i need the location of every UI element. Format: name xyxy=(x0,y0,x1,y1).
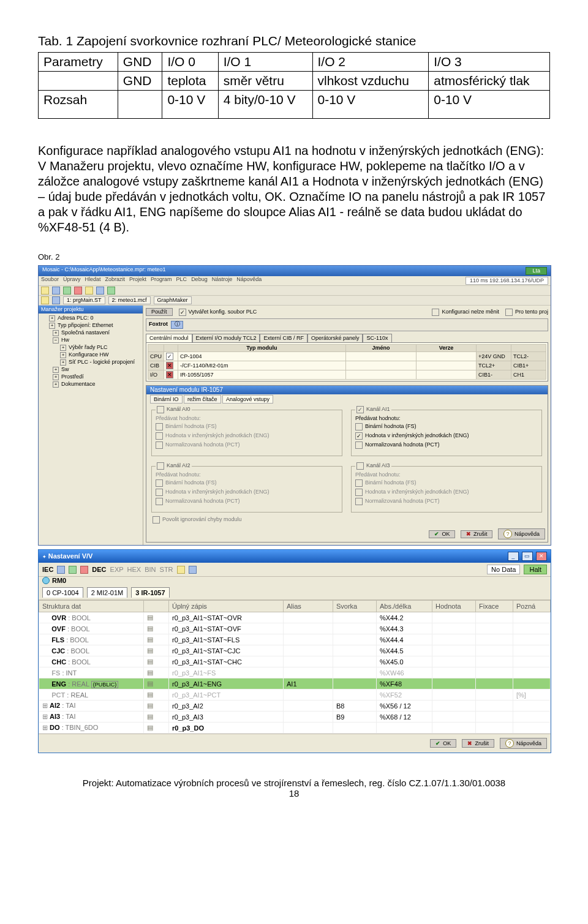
module-checkbox[interactable]: ✓ xyxy=(166,353,173,360)
dlg-tab[interactable]: Binární IO xyxy=(150,395,183,404)
ok-button[interactable]: ✔OK xyxy=(429,530,455,538)
dlg-tab[interactable]: režim čítače xyxy=(184,395,221,404)
menu-item[interactable]: Zobrazit xyxy=(105,277,126,285)
toolbar-icon[interactable] xyxy=(74,287,82,295)
proj-checkbox[interactable] xyxy=(505,309,513,316)
dlg-tab[interactable]: Analogové vstupy xyxy=(222,395,273,404)
iec-label[interactable]: IEC xyxy=(42,566,53,573)
tree-expand-icon[interactable]: + xyxy=(53,381,59,388)
format-icon[interactable] xyxy=(57,566,65,574)
minimize-icon[interactable]: _ xyxy=(508,552,519,561)
menu-item[interactable]: Projekt xyxy=(129,277,146,285)
menu-item[interactable]: Hledat xyxy=(85,277,101,285)
channel-checkbox[interactable]: ✓ xyxy=(356,406,364,413)
use-button[interactable]: Použít xyxy=(146,308,173,316)
option-checkbox[interactable] xyxy=(355,423,363,430)
io-row[interactable]: CHC : BOOL▤r0_p3_AI1~STAT~CHC%X45.0 xyxy=(39,656,551,667)
module-tab[interactable]: 3 IR-1057 xyxy=(131,587,169,598)
toolbar-icon[interactable] xyxy=(107,287,115,295)
channel-checkbox[interactable] xyxy=(356,462,364,470)
menu-item[interactable]: Úpravy xyxy=(63,277,81,285)
tree-item[interactable]: +Sw xyxy=(42,367,140,373)
file-tab[interactable]: 2: meteo1.mcf xyxy=(108,296,151,304)
tree-item[interactable]: +Typ připojení: Ethernet xyxy=(42,323,140,329)
bin-label[interactable]: BIN xyxy=(145,566,156,573)
grid-tab[interactable]: Externí I/O moduly TCL2 xyxy=(192,334,260,342)
io-button-icon[interactable]: ⓘ xyxy=(171,321,183,329)
toolbar-icon[interactable] xyxy=(52,296,60,304)
option-checkbox[interactable] xyxy=(355,441,363,449)
format-icon[interactable] xyxy=(69,566,77,574)
tree-item[interactable]: +Dokumentace xyxy=(42,381,140,388)
toolbar-icon[interactable] xyxy=(41,296,49,304)
io-row[interactable]: ENG : REAL (PUBLIC)▤r0_p3_AI1~ENGAI1%XF4… xyxy=(39,678,551,689)
toolbar-icon[interactable] xyxy=(41,287,49,295)
module-row[interactable]: I/O✕IR-1055/1057CIB1-CH1 xyxy=(148,370,546,380)
menu-item[interactable]: PLC xyxy=(176,277,187,285)
tree-item[interactable]: +Konfigurace HW xyxy=(42,352,140,358)
tree-expand-icon[interactable]: + xyxy=(60,345,66,351)
hex-label[interactable]: HEX xyxy=(127,566,141,573)
io-row[interactable]: OVR : BOOL▤r0_p3_AI1~STAT~OVR%X44.2 xyxy=(39,612,551,623)
file-tab[interactable]: GraphMaker xyxy=(154,296,192,304)
module-checkbox[interactable]: ✕ xyxy=(166,371,173,378)
tree-expand-icon[interactable]: + xyxy=(53,374,59,380)
cancel-button[interactable]: ✖Zrušit xyxy=(461,530,493,538)
grid-tab[interactable]: Operátorské panely xyxy=(307,334,363,342)
menu-item[interactable]: Program xyxy=(151,277,172,285)
close-icon[interactable]: ✕ xyxy=(536,552,547,561)
file-tab[interactable]: 1: prgMain.ST xyxy=(63,296,105,304)
toolbar-icon[interactable] xyxy=(52,287,60,295)
tree-expand-icon[interactable]: + xyxy=(49,315,55,321)
tree-expand-icon[interactable]: + xyxy=(53,367,59,373)
io-row[interactable]: ⊞ AI2 : TAI▤r0_p3_AI2B8%X56 / 12 xyxy=(39,701,551,712)
toolbar-icon[interactable] xyxy=(96,287,104,295)
format-icon[interactable] xyxy=(177,566,185,574)
tree-item[interactable]: +Prostředí xyxy=(42,374,140,380)
cancel-button[interactable]: ✖Zrušit xyxy=(462,739,494,748)
grid-tab[interactable]: SC-110x xyxy=(363,334,391,342)
format-icon[interactable] xyxy=(189,566,197,574)
toolbar-icon[interactable] xyxy=(63,287,71,295)
tree-item[interactable]: +Adresa PLC: 0 xyxy=(42,315,140,321)
exp-label[interactable]: EXP xyxy=(110,566,124,573)
io-row[interactable]: OVF : BOOL▤r0_p3_AI1~STAT~OVF%X44.3 xyxy=(39,623,551,634)
module-tab[interactable]: 2 MI2-01M xyxy=(87,587,128,598)
format-icon[interactable] xyxy=(80,566,88,574)
tree-item[interactable]: −Hw xyxy=(42,337,140,344)
grid-tab[interactable]: Centrální modul xyxy=(146,334,192,342)
grid-tab[interactable]: Externí CIB / RF xyxy=(260,334,307,342)
tree-expand-icon[interactable]: + xyxy=(53,330,59,336)
ignore-checkbox[interactable] xyxy=(153,516,160,524)
channel-checkbox[interactable] xyxy=(157,406,164,413)
help-button[interactable]: ?Nápověda xyxy=(498,528,545,539)
menu-item[interactable]: Soubor xyxy=(41,277,59,285)
menu-item[interactable]: Nápověda xyxy=(236,277,262,285)
io-row[interactable]: PCT : REAL▤r0_p3_AI1~PCT%XF52[%] xyxy=(39,689,551,701)
nochg-checkbox[interactable] xyxy=(432,309,439,316)
ok-button[interactable]: ✔OK xyxy=(430,739,456,748)
io-row[interactable]: FLS : BOOL▤r0_p3_AI1~STAT~FLS%X44.4 xyxy=(39,634,551,645)
menu-item[interactable]: Debug xyxy=(191,277,208,285)
create-checkbox[interactable]: ✓ xyxy=(179,309,186,316)
channel-checkbox[interactable] xyxy=(157,462,164,470)
dec-label[interactable]: DEC xyxy=(92,566,106,573)
tree-expand-icon[interactable]: + xyxy=(60,352,66,358)
tree-item[interactable]: +Společná nastavení xyxy=(42,330,140,336)
module-tab[interactable]: 0 CP-1004 xyxy=(42,587,83,598)
io-row[interactable]: ⊞ AI3 : TAI▤r0_p3_AI3B9%X68 / 12 xyxy=(39,712,551,723)
io-row[interactable]: ⊞ DO : TBIN_6DO▤r0_p3_DO xyxy=(39,723,551,734)
toolbar-icon[interactable] xyxy=(85,287,93,295)
tree-expand-icon[interactable]: − xyxy=(53,337,59,344)
tree-expand-icon[interactable]: + xyxy=(60,359,66,366)
option-checkbox[interactable]: ✓ xyxy=(355,432,363,440)
module-row[interactable]: CIB✕-/CF-1140/MI2-01mTCL2+CIB1+ xyxy=(148,361,546,370)
tree-item[interactable]: +Výběr řady PLC xyxy=(42,345,140,351)
io-row[interactable]: CJC : BOOL▤r0_p3_AI1~STAT~CJC%X44.5 xyxy=(39,645,551,656)
module-checkbox[interactable]: ✕ xyxy=(166,362,173,369)
io-row[interactable]: FS : INT▤r0_p3_AI1~FS%XW46 xyxy=(39,667,551,678)
maximize-icon[interactable]: ▭ xyxy=(522,552,533,561)
str-label[interactable]: STR xyxy=(160,566,173,573)
tree-item[interactable]: +Síť PLC - logické propojení xyxy=(42,359,140,366)
help-button[interactable]: ?Nápověda xyxy=(500,738,547,749)
